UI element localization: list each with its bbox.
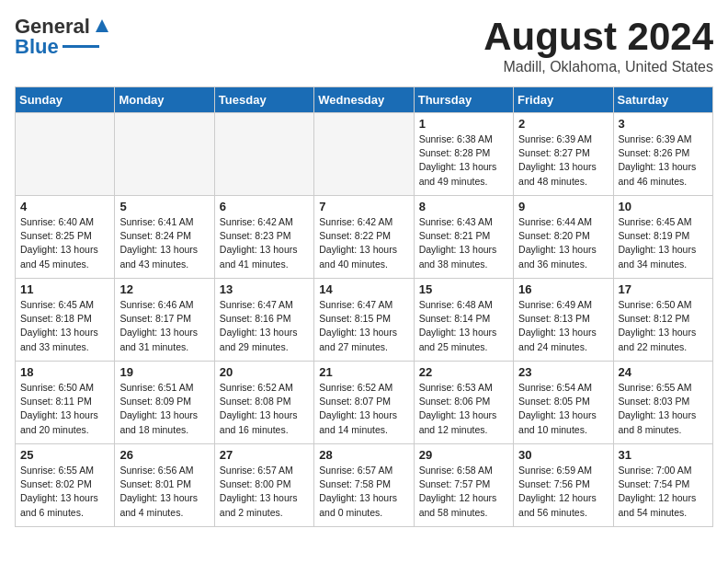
day-number: 22 [419, 365, 508, 379]
week-row-2: 4Sunrise: 6:40 AM Sunset: 8:25 PM Daylig… [16, 196, 713, 279]
calendar-title: August 2024 [483, 15, 713, 59]
day-info: Sunrise: 6:47 AM Sunset: 8:15 PM Dayligh… [319, 298, 408, 354]
week-row-3: 11Sunrise: 6:45 AM Sunset: 8:18 PM Dayli… [16, 279, 713, 362]
day-number: 16 [518, 282, 608, 296]
title-block: August 2024 Madill, Oklahoma, United Sta… [483, 15, 713, 75]
day-info: Sunrise: 6:59 AM Sunset: 7:56 PM Dayligh… [518, 464, 608, 520]
day-info: Sunrise: 6:47 AM Sunset: 8:16 PM Dayligh… [220, 298, 309, 354]
day-info: Sunrise: 6:50 AM Sunset: 8:12 PM Dayligh… [619, 298, 708, 354]
day-number: 30 [518, 448, 608, 462]
week-row-4: 18Sunrise: 6:50 AM Sunset: 8:11 PM Dayli… [16, 362, 713, 444]
day-cell-2: 2Sunrise: 6:39 AM Sunset: 8:27 PM Daylig… [514, 113, 613, 196]
weekday-header-tuesday: Tuesday [214, 87, 313, 113]
weekday-header-sunday: Sunday [16, 87, 115, 113]
day-cell-4: 4Sunrise: 6:40 AM Sunset: 8:25 PM Daylig… [16, 196, 115, 279]
day-number: 2 [518, 117, 608, 131]
day-cell-7: 7Sunrise: 6:42 AM Sunset: 8:22 PM Daylig… [314, 196, 414, 279]
day-number: 4 [20, 200, 109, 213]
day-info: Sunrise: 6:43 AM Sunset: 8:21 PM Dayligh… [419, 215, 508, 271]
empty-cell [115, 113, 214, 196]
day-cell-8: 8Sunrise: 6:43 AM Sunset: 8:21 PM Daylig… [414, 196, 513, 279]
weekday-header-friday: Friday [514, 87, 613, 113]
day-number: 15 [419, 282, 508, 296]
day-info: Sunrise: 6:56 AM Sunset: 8:01 PM Dayligh… [119, 464, 209, 520]
day-cell-14: 14Sunrise: 6:47 AM Sunset: 8:15 PM Dayli… [314, 279, 414, 362]
day-number: 3 [619, 117, 708, 131]
day-number: 5 [119, 200, 209, 213]
day-info: Sunrise: 6:42 AM Sunset: 8:23 PM Dayligh… [220, 215, 309, 271]
logo: General Blue [15, 15, 112, 59]
day-cell-23: 23Sunrise: 6:54 AM Sunset: 8:05 PM Dayli… [514, 362, 613, 444]
weekday-header-wednesday: Wednesday [314, 87, 414, 113]
day-number: 24 [619, 365, 708, 379]
day-cell-18: 18Sunrise: 6:50 AM Sunset: 8:11 PM Dayli… [16, 362, 115, 444]
day-number: 9 [518, 200, 608, 213]
day-cell-22: 22Sunrise: 6:53 AM Sunset: 8:06 PM Dayli… [414, 362, 513, 444]
day-info: Sunrise: 6:39 AM Sunset: 8:26 PM Dayligh… [619, 132, 708, 189]
day-info: Sunrise: 7:00 AM Sunset: 7:54 PM Dayligh… [619, 464, 708, 520]
day-number: 18 [20, 365, 109, 379]
day-cell-27: 27Sunrise: 6:57 AM Sunset: 8:00 PM Dayli… [214, 444, 313, 527]
page-header: General Blue August 2024 Madill, Oklahom… [15, 15, 713, 75]
day-number: 6 [220, 200, 309, 213]
day-number: 13 [220, 282, 309, 296]
day-cell-16: 16Sunrise: 6:49 AM Sunset: 8:13 PM Dayli… [514, 279, 613, 362]
day-number: 26 [119, 448, 209, 462]
day-info: Sunrise: 6:58 AM Sunset: 7:57 PM Dayligh… [419, 464, 508, 520]
day-cell-17: 17Sunrise: 6:50 AM Sunset: 8:12 PM Dayli… [613, 279, 712, 362]
day-number: 10 [619, 200, 708, 213]
day-number: 7 [319, 200, 408, 213]
logo-underline [63, 45, 99, 48]
day-info: Sunrise: 6:49 AM Sunset: 8:13 PM Dayligh… [518, 298, 608, 354]
day-cell-31: 31Sunrise: 7:00 AM Sunset: 7:54 PM Dayli… [613, 444, 712, 527]
logo-arrow-icon [92, 16, 112, 36]
day-number: 17 [619, 282, 708, 296]
weekday-header-row: SundayMondayTuesdayWednesdayThursdayFrid… [16, 87, 713, 113]
svg-marker-0 [96, 19, 108, 32]
day-cell-29: 29Sunrise: 6:58 AM Sunset: 7:57 PM Dayli… [414, 444, 513, 527]
empty-cell [214, 113, 313, 196]
day-cell-9: 9Sunrise: 6:44 AM Sunset: 8:20 PM Daylig… [514, 196, 613, 279]
day-info: Sunrise: 6:41 AM Sunset: 8:24 PM Dayligh… [119, 215, 209, 271]
day-number: 19 [119, 365, 209, 379]
day-info: Sunrise: 6:45 AM Sunset: 8:19 PM Dayligh… [619, 215, 708, 271]
day-number: 1 [419, 117, 508, 131]
day-info: Sunrise: 6:55 AM Sunset: 8:03 PM Dayligh… [619, 381, 708, 437]
day-cell-10: 10Sunrise: 6:45 AM Sunset: 8:19 PM Dayli… [613, 196, 712, 279]
day-cell-25: 25Sunrise: 6:55 AM Sunset: 8:02 PM Dayli… [16, 444, 115, 527]
day-info: Sunrise: 6:55 AM Sunset: 8:02 PM Dayligh… [20, 464, 109, 520]
day-info: Sunrise: 6:57 AM Sunset: 7:58 PM Dayligh… [319, 464, 408, 520]
day-info: Sunrise: 6:53 AM Sunset: 8:06 PM Dayligh… [419, 381, 508, 437]
day-info: Sunrise: 6:51 AM Sunset: 8:09 PM Dayligh… [119, 381, 209, 437]
day-cell-13: 13Sunrise: 6:47 AM Sunset: 8:16 PM Dayli… [214, 279, 313, 362]
day-number: 8 [419, 200, 508, 213]
day-cell-15: 15Sunrise: 6:48 AM Sunset: 8:14 PM Dayli… [414, 279, 513, 362]
day-number: 29 [419, 448, 508, 462]
empty-cell [16, 113, 115, 196]
day-number: 20 [220, 365, 309, 379]
day-cell-11: 11Sunrise: 6:45 AM Sunset: 8:18 PM Dayli… [16, 279, 115, 362]
day-cell-24: 24Sunrise: 6:55 AM Sunset: 8:03 PM Dayli… [613, 362, 712, 444]
day-cell-21: 21Sunrise: 6:52 AM Sunset: 8:07 PM Dayli… [314, 362, 414, 444]
day-info: Sunrise: 6:44 AM Sunset: 8:20 PM Dayligh… [518, 215, 608, 271]
day-info: Sunrise: 6:52 AM Sunset: 8:07 PM Dayligh… [319, 381, 408, 437]
day-cell-20: 20Sunrise: 6:52 AM Sunset: 8:08 PM Dayli… [214, 362, 313, 444]
empty-cell [314, 113, 414, 196]
weekday-header-thursday: Thursday [414, 87, 513, 113]
day-number: 31 [619, 448, 708, 462]
day-info: Sunrise: 6:54 AM Sunset: 8:05 PM Dayligh… [518, 381, 608, 437]
day-info: Sunrise: 6:57 AM Sunset: 8:00 PM Dayligh… [220, 464, 309, 520]
week-row-5: 25Sunrise: 6:55 AM Sunset: 8:02 PM Dayli… [16, 444, 713, 527]
day-number: 12 [119, 282, 209, 296]
day-number: 25 [20, 448, 109, 462]
day-cell-6: 6Sunrise: 6:42 AM Sunset: 8:23 PM Daylig… [214, 196, 313, 279]
day-number: 27 [220, 448, 309, 462]
day-cell-26: 26Sunrise: 6:56 AM Sunset: 8:01 PM Dayli… [115, 444, 214, 527]
day-number: 28 [319, 448, 408, 462]
calendar-table: SundayMondayTuesdayWednesdayThursdayFrid… [15, 86, 713, 527]
day-info: Sunrise: 6:42 AM Sunset: 8:22 PM Dayligh… [319, 215, 408, 271]
day-info: Sunrise: 6:48 AM Sunset: 8:14 PM Dayligh… [419, 298, 508, 354]
day-number: 23 [518, 365, 608, 379]
day-cell-12: 12Sunrise: 6:46 AM Sunset: 8:17 PM Dayli… [115, 279, 214, 362]
day-info: Sunrise: 6:40 AM Sunset: 8:25 PM Dayligh… [20, 215, 109, 271]
